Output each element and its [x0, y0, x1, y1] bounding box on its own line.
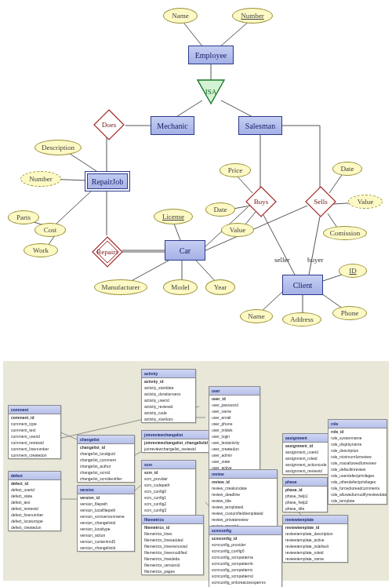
table-column: comment_reviewid: [9, 439, 60, 446]
table-filemetrics-title: filemetrics: [142, 516, 203, 524]
table-role-title: role: [328, 420, 387, 428]
table-user-title: user: [209, 387, 260, 396]
table-phase-title: phase: [283, 478, 327, 487]
table-column: scm_config0: [142, 488, 195, 494]
table-column: activity_durationsecs: [142, 391, 195, 397]
table-column: user_password: [209, 402, 260, 408]
table-review-cols: review_creationdatereview_deadlinereview…: [209, 485, 277, 529]
attr-emp-number: Number: [232, 8, 273, 24]
table-column: activity_code: [142, 410, 195, 416]
table-defect: defect defect_id defect_useriddefect_sta…: [8, 471, 61, 531]
table-reviewtemplate: reviewtemplate reviewtemplate_id reviewt…: [282, 515, 348, 563]
table-column: role_maxallowedforreview: [328, 460, 387, 466]
table-column: defect_state: [9, 493, 60, 499]
table-column: activity_reviewid: [142, 403, 195, 410]
table-defect-title: defect: [9, 472, 60, 480]
attr-sells-commission: Comission: [323, 226, 367, 240]
table-column: version_filepath: [78, 501, 134, 507]
table-column: joinreviewchangelist_reviewid: [142, 446, 212, 452]
entity-employee: Employee: [188, 46, 234, 64]
attr-client-phone: Phone: [332, 306, 367, 320]
table-column: role_description: [328, 447, 387, 454]
table-scm-title: scm: [142, 461, 195, 469]
table-column: reviewtemplate_roleid: [283, 549, 347, 556]
entity-salesman-label: Salesman: [245, 122, 275, 130]
table-review: review review_id review_creationdaterevi…: [209, 469, 278, 530]
table-scmconfig-cols: scmconfig_providerscmconfig_config0scmco…: [209, 541, 281, 587]
table-column: filemetrics_pages: [142, 568, 203, 574]
rel-does-label: Does: [102, 121, 117, 129]
rel-sells: Sells: [304, 185, 337, 218]
table-scm-cols: scm_providerscm_codepathscm_config0scm_c…: [142, 476, 195, 520]
attr-client-address: Address: [282, 312, 321, 326]
table-column: role_userdefectprivileges: [328, 472, 387, 479]
table-jrc-cols: joinreviewchangelist_reviewid: [142, 446, 212, 452]
table-changelist-cols: changelist_localguidchangelist_commentch…: [78, 450, 134, 482]
table-reviewtemplate-cols: reviewtemplate_descriptionreviewtemplate…: [283, 530, 347, 562]
table-column: scmconfig_provider: [209, 541, 281, 548]
table-column: defect_linenumber: [9, 512, 60, 518]
table-column: review_creationdate: [209, 485, 277, 491]
table-column: role_forcedtoreadcomments: [328, 485, 387, 491]
attr-sells-value: Value: [348, 195, 383, 209]
table-column: review_templateid: [209, 504, 277, 510]
table-column: scm_provider: [142, 476, 195, 482]
table-user-cols: user_passworduser_nameuser_emailuser_pho…: [209, 402, 260, 471]
table-column: defect_createdon: [9, 524, 60, 530]
table-comment-title: comment: [9, 406, 60, 414]
attr-buys-date: Date: [205, 202, 235, 217]
table-column: version_localfilepath: [78, 507, 134, 513]
entity-car: Car: [165, 240, 205, 261]
table-activity-title: activity: [142, 370, 195, 378]
attr-rj-cost: Cost: [34, 223, 66, 237]
table-column: scm_config2: [142, 501, 195, 507]
table-column: scm_codepath: [142, 482, 195, 488]
table-column: filemetrics_versionid: [142, 562, 203, 568]
table-column: user_login: [209, 433, 260, 439]
entity-car-label: Car: [180, 246, 191, 255]
table-phase-cols: phase_help1phase_help2phase_title: [283, 493, 327, 512]
svg-line-0: [181, 20, 203, 47]
table-version: version version_id version_filepathversi…: [77, 485, 135, 552]
table-role-cols: role_systemnamerole_displaynamerole_desc…: [328, 435, 387, 504]
attr-client-name: Name: [240, 309, 273, 323]
table-column: version_action: [78, 532, 134, 538]
table-column: defect_text: [9, 499, 60, 505]
table-column: filemetrics_linesadded: [142, 537, 203, 543]
role-seller: seller: [274, 256, 290, 264]
attr-car-model: Model: [163, 279, 198, 295]
rel-does: Does: [93, 108, 125, 141]
table-changelist: changelist changelist_id changelist_loca…: [77, 435, 135, 483]
table-column: version_contentmd5: [78, 538, 134, 545]
table-column: reviewtemplate_active: [283, 537, 347, 543]
entity-mechanic-label: Mechanic: [157, 122, 187, 130]
table-column: phase_help2: [283, 499, 327, 505]
diagram-canvas: ISA Employee Mechanic Salesman RepairJob…: [0, 0, 392, 587]
table-column: filemetrics_linesremoved: [142, 543, 203, 549]
isa-label: ISA: [205, 88, 217, 96]
entity-employee-label: Employee: [195, 51, 227, 60]
attr-rj-number: Number: [20, 171, 61, 187]
table-column: review_deadline: [209, 491, 277, 498]
table-column: user_lastactivity: [209, 439, 260, 446]
table-column: defect_locatortype: [9, 518, 60, 524]
table-column: defect_reviewid: [9, 505, 60, 512]
table-column: version_changelistid: [78, 520, 134, 526]
table-column: scmconfig_scmpatterna: [209, 554, 281, 560]
table-column: scmconfig_config0: [209, 548, 281, 554]
table-column: user_initials: [209, 427, 260, 433]
table-column: review_privatereview: [209, 516, 277, 523]
attr-car-manufacturer: Manufacturer: [94, 279, 147, 295]
table-column: comment_userid: [9, 433, 60, 439]
table-column: user_state: [209, 458, 260, 465]
attr-car-year: Year: [205, 279, 235, 295]
attr-emp-name: Name: [163, 8, 198, 24]
entity-mechanic: Mechanic: [151, 116, 194, 135]
table-column: reviewtemplate_name: [283, 556, 347, 562]
table-column: comment_createdon: [9, 452, 60, 458]
svg-line-31: [309, 217, 320, 275]
table-column: comment_text: [9, 427, 60, 433]
table-column: changelist_comment: [78, 457, 134, 463]
table-filemetrics-cols: filemetrics_linesfilemetrics_linesaddedf…: [142, 530, 203, 574]
table-column: version_changelistid: [78, 545, 134, 551]
